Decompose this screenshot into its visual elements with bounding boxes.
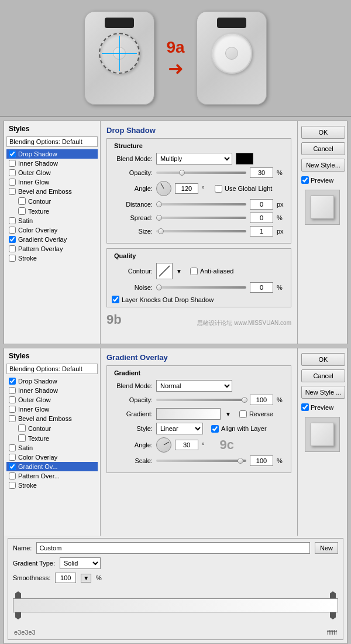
ok-button-1[interactable]: OK <box>301 126 345 139</box>
preview-check-2[interactable] <box>301 403 309 411</box>
global-light-label-1[interactable]: Use Global Light <box>215 185 272 193</box>
opacity-input-2[interactable] <box>250 395 273 405</box>
opacity-stop-left[interactable] <box>15 591 21 598</box>
style-stroke-1[interactable]: Stroke <box>6 254 98 263</box>
blending-options-1[interactable]: Blending Options: Default <box>6 136 98 147</box>
blend-mode-select-2[interactable]: Normal <box>156 380 232 392</box>
noise-slider-1[interactable] <box>156 286 246 289</box>
size-thumb-1[interactable] <box>158 228 164 234</box>
style-gradient-overlay-2[interactable]: Gradient Ov... <box>6 462 98 471</box>
style-bevel-emboss-2[interactable]: Bevel and Emboss <box>6 414 98 423</box>
scale-thumb-2[interactable] <box>238 458 243 464</box>
gradient-dropdown-2[interactable]: ▼ <box>225 411 231 417</box>
align-layer-checkbox-2[interactable] <box>211 425 219 433</box>
spread-input-1[interactable] <box>250 213 273 223</box>
style-contour-1[interactable]: Contour <box>6 196 98 206</box>
style-inner-glow-1[interactable]: Inner Glow <box>6 177 98 187</box>
anti-aliased-label-1[interactable]: Anti-aliased <box>190 268 233 275</box>
align-layer-label-2[interactable]: Align with Layer <box>211 425 267 433</box>
style-pattern-overlay-2[interactable]: Pattern Over... <box>6 471 98 481</box>
gradient-new-button[interactable]: New <box>315 542 338 554</box>
outer-glow-checkbox-1[interactable] <box>9 169 16 176</box>
style-satin-2[interactable]: Satin <box>6 443 98 453</box>
style-contour-2[interactable]: Contour <box>6 423 98 433</box>
layer-knocks-label-1[interactable]: Layer Knocks Out Drop Shadow <box>112 296 214 303</box>
style-outer-glow-1[interactable]: Outer Glow <box>6 168 98 177</box>
distance-slider-1[interactable] <box>156 203 246 205</box>
new-style-button-1[interactable]: New Style... <box>301 159 345 172</box>
style-outer-glow-2[interactable]: Outer Glow <box>6 395 98 405</box>
color-overlay-checkbox-2[interactable] <box>9 454 16 461</box>
contour-preview-1[interactable] <box>156 263 173 279</box>
satin-checkbox-2[interactable] <box>9 444 16 451</box>
color-overlay-checkbox-1[interactable] <box>9 227 16 234</box>
outer-glow-checkbox-2[interactable] <box>9 396 16 403</box>
preview-checkbox-2[interactable]: Preview <box>301 403 343 411</box>
style-color-overlay-1[interactable]: Color Overlay <box>6 225 98 235</box>
bevel-emboss-checkbox-2[interactable] <box>9 415 16 422</box>
style-inner-shadow-1[interactable]: Inner Shadow <box>6 159 98 168</box>
anti-aliased-checkbox-1[interactable] <box>190 268 198 275</box>
angle-dial-2[interactable] <box>156 437 171 453</box>
style-satin-1[interactable]: Satin <box>6 216 98 225</box>
opacity-thumb-2[interactable] <box>242 397 247 403</box>
style-stroke-2[interactable]: Stroke <box>6 481 98 490</box>
noise-input-1[interactable] <box>250 282 273 293</box>
global-light-checkbox-1[interactable] <box>215 185 222 193</box>
pattern-overlay-checkbox-2[interactable] <box>9 472 16 479</box>
opacity-slider-2[interactable] <box>156 399 246 401</box>
color-stop-left[interactable] <box>15 612 21 619</box>
satin-checkbox-1[interactable] <box>9 217 16 224</box>
preview-check-1[interactable] <box>301 176 309 184</box>
gradient-name-input[interactable] <box>36 542 310 554</box>
opacity-input-1[interactable] <box>250 167 273 178</box>
contour-checkbox-1[interactable] <box>18 197 26 205</box>
gradient-overlay-checkbox-2[interactable] <box>9 463 16 470</box>
style-pattern-overlay-1[interactable]: Pattern Overlay <box>6 244 98 254</box>
inner-shadow-checkbox-2[interactable] <box>9 387 16 394</box>
inner-glow-checkbox-1[interactable] <box>9 179 16 186</box>
gradient-preview-2[interactable] <box>156 408 221 420</box>
noise-thumb-1[interactable] <box>156 285 162 290</box>
inner-glow-checkbox-2[interactable] <box>9 406 16 413</box>
new-style-button-2[interactable]: New Style ... <box>301 386 345 399</box>
contour-dropdown-arrow-1[interactable]: ▼ <box>176 268 182 275</box>
blending-options-2[interactable]: Blending Options: Default <box>6 364 98 374</box>
gradient-bar[interactable] <box>13 598 338 612</box>
stroke-checkbox-2[interactable] <box>9 482 16 489</box>
texture-checkbox-1[interactable] <box>18 207 26 215</box>
opacity-stop-right[interactable] <box>330 591 336 598</box>
style-color-overlay-2[interactable]: Color Overlay <box>6 453 98 462</box>
color-stop-right[interactable] <box>330 612 336 619</box>
size-slider-1[interactable] <box>156 230 246 232</box>
spread-thumb-1[interactable] <box>156 215 162 221</box>
style-bevel-emboss-1[interactable]: Bevel and Emboss <box>6 187 98 196</box>
style-inner-glow-2[interactable]: Inner Glow <box>6 405 98 414</box>
reverse-label-2[interactable]: Reverse <box>239 410 273 418</box>
angle-input-1[interactable] <box>175 183 198 194</box>
drop-shadow-checkbox-2[interactable] <box>9 378 16 385</box>
texture-checkbox-2[interactable] <box>18 434 26 442</box>
stroke-checkbox-1[interactable] <box>9 255 16 262</box>
spread-slider-1[interactable] <box>156 217 246 219</box>
ok-button-2[interactable]: OK <box>301 353 345 366</box>
smoothness-stepper[interactable]: ▼ <box>81 574 91 583</box>
style-gradient-overlay-1[interactable]: Gradient Overlay <box>6 235 98 244</box>
reverse-checkbox-2[interactable] <box>239 410 247 418</box>
cancel-button-2[interactable]: Cancel <box>301 369 345 382</box>
pattern-overlay-checkbox-1[interactable] <box>9 245 16 252</box>
bevel-emboss-checkbox-1[interactable] <box>9 188 16 195</box>
angle-dial-1[interactable] <box>156 181 171 196</box>
style-drop-shadow-2[interactable]: Drop Shadow <box>6 376 98 386</box>
style-texture-2[interactable]: Texture <box>6 433 98 443</box>
opacity-thumb-1[interactable] <box>179 170 185 176</box>
size-input-1[interactable] <box>250 226 273 237</box>
gradient-overlay-checkbox-1[interactable] <box>9 236 16 243</box>
smoothness-input[interactable] <box>55 573 76 583</box>
scale-slider-2[interactable] <box>156 460 246 462</box>
style-select-2[interactable]: Linear <box>156 423 203 434</box>
color-swatch-1[interactable] <box>236 153 253 165</box>
cancel-button-1[interactable]: Cancel <box>301 142 345 155</box>
distance-input-1[interactable] <box>250 199 273 210</box>
inner-shadow-checkbox-1[interactable] <box>9 160 16 167</box>
